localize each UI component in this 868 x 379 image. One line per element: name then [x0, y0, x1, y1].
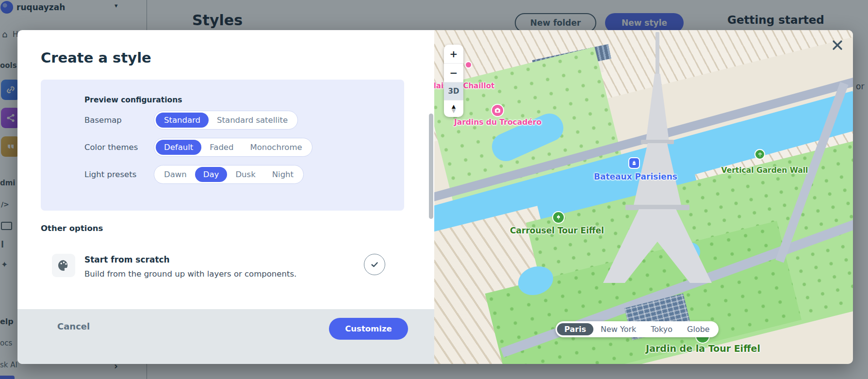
light-presets-segmented-control: Dawn Day Dusk Night [154, 165, 304, 184]
color-themes-label: Color themes [84, 143, 154, 152]
city-option-globe[interactable]: Globe [680, 323, 717, 335]
garden-poi-icon[interactable] [754, 149, 765, 160]
modal-title: Create a style [41, 49, 151, 66]
light-preset-option-dawn[interactable]: Dawn [156, 167, 195, 182]
light-preset-option-dusk[interactable]: Dusk [227, 167, 263, 182]
basemap-row: Basemap Standard Standard satellite [84, 111, 298, 130]
create-style-modal: Create a style Preview configurations Ba… [17, 30, 853, 364]
preview-configurations-heading: Preview configurations [84, 96, 182, 104]
map-label-jardins-du-trocadero: Jardins du Trocadéro [454, 118, 541, 127]
light-presets-row: Light presets Dawn Day Dusk Night [84, 165, 304, 184]
map-label-vertical-garden-wall: Vertical Garden Wall [721, 166, 808, 175]
light-preset-option-day[interactable]: Day [195, 167, 228, 182]
zoom-out-button[interactable]: − [444, 64, 463, 82]
color-theme-option-monochrome[interactable]: Monochrome [242, 140, 310, 155]
palette-icon [57, 259, 70, 272]
map-controls: + − 3D ▲ ▼ [444, 45, 463, 117]
basemap-label: Basemap [84, 115, 154, 125]
close-icon [831, 39, 844, 51]
boat-poi-icon[interactable] [628, 157, 640, 169]
map-preview-pane[interactable]: Palais de Chaillot Jardins du Trocadéro … [434, 30, 853, 364]
camera-poi-icon[interactable] [491, 104, 504, 117]
map-label-carrousel-tour-eiffel: Carrousel Tour Eiffel [510, 226, 604, 235]
map-label-jardin-de-la-tour-eiffel: Jardin de la Tour Eiffel [646, 343, 760, 354]
map-label-palais-de-chaillot: Palais de Chaillot [434, 82, 494, 90]
light-presets-label: Light presets [84, 170, 154, 179]
cancel-button[interactable]: Cancel [57, 321, 90, 331]
light-preset-option-night[interactable]: Night [264, 167, 302, 182]
modal-scrollbar[interactable] [429, 114, 433, 219]
color-theme-option-default[interactable]: Default [156, 140, 201, 155]
metro-poi-icon[interactable] [465, 61, 472, 68]
toggle-3d-button[interactable]: 3D [444, 82, 463, 100]
city-switcher: Paris New York Tokyo Globe [556, 321, 719, 337]
basemap-segmented-control: Standard Standard satellite [154, 111, 298, 130]
city-option-new-york[interactable]: New York [593, 323, 643, 335]
color-themes-segmented-control: Default Faded Monochrome [154, 138, 312, 157]
basemap-option-standard-satellite[interactable]: Standard satellite [209, 113, 296, 128]
carousel-poi-icon[interactable] [552, 211, 565, 224]
zoom-in-button[interactable]: + [444, 45, 463, 64]
compass-button[interactable]: ▲ ▼ [444, 100, 463, 117]
city-option-tokyo[interactable]: Tokyo [643, 323, 680, 335]
start-from-scratch-selected-toggle[interactable] [364, 254, 385, 275]
color-theme-option-faded[interactable]: Faded [201, 140, 242, 155]
bearing-down-icon: ▼ [452, 109, 456, 113]
modal-form-pane: Create a style Preview configurations Ba… [17, 30, 434, 364]
other-options-heading: Other options [41, 224, 103, 233]
start-from-scratch-description: Build from the ground up with layers or … [84, 269, 296, 279]
map-label-bateaux-parisiens: Bateaux Parisiens [594, 172, 677, 181]
start-from-scratch-tile [52, 254, 75, 277]
start-from-scratch-title: Start from scratch [84, 255, 170, 264]
close-modal-button[interactable] [831, 39, 844, 51]
preview-configurations-panel: Preview configurations Basemap Standard … [41, 80, 404, 211]
basemap-option-standard[interactable]: Standard [156, 113, 209, 128]
customize-button[interactable]: Customize [329, 318, 408, 340]
city-option-paris[interactable]: Paris [557, 323, 593, 335]
color-themes-row: Color themes Default Faded Monochrome [84, 138, 312, 157]
check-icon [370, 260, 379, 269]
